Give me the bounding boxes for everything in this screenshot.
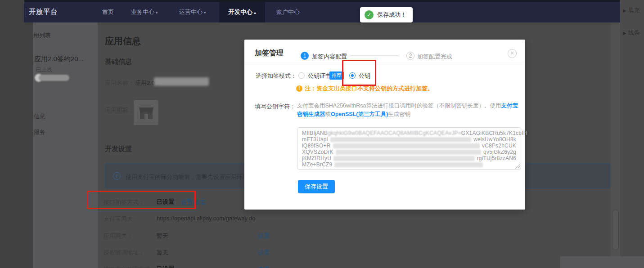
textarea-resize-handle [516,164,520,168]
tool-panel-fill[interactable]: ▶填充 [623,6,640,14]
sidebar: 用列表 应用2.0签约20... 已上线 信息 服务 [33,22,98,268]
row-encrypt-link[interactable]: 查看 [258,265,270,268]
warning-icon: ! [296,85,302,92]
page-title: 应用信息 [105,35,141,47]
step-1-circle: 1 [301,52,309,60]
annotation-rect-pubkey [342,60,376,86]
key-redacted-block [336,150,481,155]
arrow-right-icon: ▶ [623,31,626,36]
pubkey-textarea[interactable]: MIIBIjANBgkqhkiG9w0BAQEFAAOCAQ8AMIIBCgKC… [297,127,521,170]
radio-cert[interactable] [298,72,305,79]
key-redacted-block [334,162,483,167]
storefront-icon [139,106,154,120]
key-line: MIIBIjANBgkqhkiG9w0BAQEFAAOCAQ8AMIIBCgKC… [302,130,516,136]
key-line: lQ89fSO+RvC8Ps2hCUK [302,143,516,149]
row-callback-value: 暂无 [157,249,168,257]
app-name-redacted [154,77,209,86]
section-basic-info: 基础信息 [105,58,132,66]
row-app-gateway-link[interactable]: 设置 [258,232,270,240]
key-redacted-light: gkqhkiG9w0BAQEFAAOCAQ8AMIIBCgKCAQEAvJP= [328,130,461,136]
key-line: XQVSZoDrKqv5jGkZ6y2g [302,149,516,155]
sign-mode-label: 选择加签模式： [256,72,297,80]
row-encrypt-value: 已设置 [157,265,174,268]
info-icon: i [113,172,121,180]
banner-text: 使用支付宝的部分功能前，需要先设置应用环境， [126,174,254,180]
toast-save-success: ✓ 保存成功！ [360,7,413,22]
key-line: mFT3UapiwelsUwYo8OH8k [302,136,516,143]
row-callback-link[interactable]: 设置 [258,249,270,257]
close-icon[interactable]: × [508,49,517,58]
nav-item-account[interactable]: 账户中心 [276,2,300,22]
modal-header-divider [244,64,525,64]
success-check-icon: ✓ [365,10,374,19]
row-gateway-value: https://openapi.alipay.com/gateway.do [157,215,255,222]
step-2-circle: 2 [406,52,414,60]
sign-management-modal: 加签管理 1 加签内容配置 2 加签配置完成 × 选择加签模式： 公钥证书 推荐… [244,40,525,210]
screenshot-stage: 开放平台 首页 业务中心▾ 运营中心▾ 开发中心▴ 账户中心 用列表 应用2.0… [0,0,644,268]
row-app-gateway-label: 应用网关： [104,232,133,240]
chevron-down-icon: ▾ [156,10,158,15]
row-app-gateway-value: 暂无 [157,232,168,240]
row-callback-label: 授权回调地址： [104,249,144,257]
chevron-up-icon: ▴ [254,10,256,15]
nav-logo[interactable]: 开放平台 [29,8,58,16]
key-redacted-block [333,156,474,161]
key-line: MZe+BrCZ9 [302,161,516,168]
arrow-right-icon: ▶ [623,8,626,13]
key-line: jKMZIRHyUrgiTUj5r8zzAN6 [302,155,516,161]
key-redacted-block [333,143,480,148]
annotation-tool-panel: ▶填充 ▶线条 [620,0,644,268]
step-2-label: 加签配置完成 [417,53,452,61]
nav-item-operation[interactable]: 运营中心▾ [179,2,206,22]
sidebar-item-info[interactable]: 信息 [34,112,45,121]
app-status-badge: 已上线 [36,66,52,74]
sidebar-item-app-list[interactable]: 用列表 [33,31,51,40]
row-gateway-label: 支付宝网关： [104,215,139,223]
app-name-label: 应用名称： [105,79,134,87]
key-redacted-block [330,137,472,142]
tool-panel-line[interactable]: ▶线条 [623,29,640,37]
nav-item-home[interactable]: 首页 [102,2,114,22]
nav-item-business[interactable]: 业务中心▾ [131,2,158,22]
scrollbar-thumb[interactable] [612,210,619,250]
section-dev-settings: 开发设置 [105,145,132,153]
sidebar-app-name[interactable]: 应用2.0签约20... [34,55,84,63]
nav-item-dev-center-active[interactable]: 开发中心▴ [219,2,265,22]
app-icon-label: 应用图标： [105,106,134,114]
logo-divider [26,8,26,17]
radio-cert-label[interactable]: 公钥证书 [308,72,331,80]
pubkey-help-text: 支付宝会用SHA256withRsa算法进行接口调用时的验签（不限制密钥长度）。… [297,102,520,119]
toast-message: 保存成功！ [377,11,406,19]
app-icon-image [134,100,158,125]
app-id-redacted [35,74,70,82]
save-settings-button[interactable]: 保存设置 [298,180,335,193]
sidebar-item-service[interactable]: 服务 [34,128,45,136]
annotation-rect-sign-row [87,191,196,209]
openssl-link[interactable]: OpenSSL(第三方工具) [331,111,388,117]
step-connector [351,55,398,56]
bottom-right-box [560,256,644,268]
row-encrypt-label: 接口内容加密方式： [104,265,156,268]
chevron-down-icon: ▾ [204,10,206,15]
modal-title: 加签管理 [255,49,284,58]
pubkey-field-label: 填写公钥字符： [255,103,296,111]
top-nav: 开放平台 首页 业务中心▾ 运营中心▾ 开发中心▴ 账户中心 [24,2,620,22]
